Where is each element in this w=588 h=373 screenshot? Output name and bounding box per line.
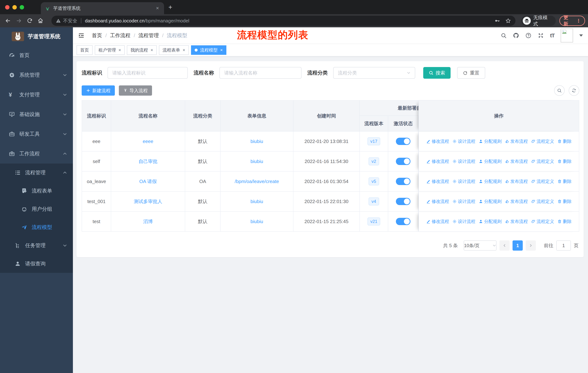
cell-name-link[interactable]: 滔博 — [143, 218, 153, 225]
search-icon[interactable] — [501, 32, 507, 39]
sidebar-item-payment[interactable]: ¥支付管理 — [0, 85, 73, 105]
action-delete[interactable]: 删除 — [557, 159, 572, 164]
tag-home[interactable]: 首页 — [77, 45, 93, 55]
maximize-window-button[interactable] — [20, 5, 24, 10]
key-icon[interactable] — [494, 18, 500, 24]
help-icon[interactable] — [525, 32, 532, 39]
minimize-window-button[interactable] — [12, 5, 17, 10]
browser-update-button[interactable]: 更新 ⋮ — [559, 16, 585, 26]
action-delete[interactable]: 删除 — [557, 179, 572, 184]
fullscreen-icon[interactable] — [538, 32, 544, 39]
sidebar-item-workflow[interactable]: 工作流程 — [0, 144, 73, 163]
avatar-caret-icon[interactable] — [579, 34, 583, 37]
sidebar-item-infra[interactable]: 基础设施 — [0, 105, 73, 124]
action-assign[interactable]: 分配规则 — [479, 179, 502, 184]
tag-process-model[interactable]: 流程模型× — [191, 45, 226, 55]
breadcrumb-item[interactable]: 流程管理 — [138, 32, 159, 39]
cell-form-link[interactable]: /bpm/oa/leave/create — [235, 179, 279, 184]
action-definition[interactable]: 流程定义 — [531, 219, 554, 224]
sidebar-item-process-mgmt[interactable]: 流程管理 — [0, 163, 73, 182]
next-page-button[interactable] — [526, 240, 536, 251]
page-size-select[interactable]: 10条/页 — [464, 240, 496, 251]
sidebar-item-devtools[interactable]: 研发工具 — [0, 124, 73, 144]
security-label[interactable]: 不安全 — [63, 18, 77, 24]
address-bar[interactable]: 不安全 dashboard.yudao.iocoder.cn/bpm/manag… — [51, 16, 515, 26]
cell-name-link[interactable]: OA 请假 — [139, 178, 157, 185]
tag-tenant[interactable]: 租户管理× — [95, 45, 125, 55]
filter-category-select[interactable]: 流程分类 — [333, 67, 415, 79]
active-status-toggle[interactable] — [396, 218, 410, 225]
reload-icon[interactable] — [25, 16, 35, 26]
active-status-toggle[interactable] — [396, 158, 410, 165]
avatar[interactable] — [561, 29, 573, 42]
action-design[interactable]: 设计流程 — [452, 138, 475, 144]
close-window-button[interactable] — [5, 5, 10, 10]
tag-close-icon[interactable]: × — [183, 48, 185, 53]
active-status-toggle[interactable] — [396, 178, 410, 185]
action-assign[interactable]: 分配规则 — [479, 159, 502, 164]
active-status-toggle[interactable] — [396, 138, 410, 145]
action-modify[interactable]: 修改流程 — [426, 219, 449, 224]
sidebar-fold-icon[interactable] — [78, 32, 84, 39]
cell-name-link[interactable]: 自己审批 — [138, 158, 158, 165]
goto-page-input[interactable] — [556, 240, 571, 251]
new-tab-button[interactable]: + — [168, 4, 172, 10]
sidebar-item-process-form[interactable]: 流程表单 — [0, 182, 73, 200]
action-publish[interactable]: 发布流程 — [505, 159, 528, 164]
action-modify[interactable]: 修改流程 — [426, 179, 449, 184]
action-design[interactable]: 设计流程 — [452, 199, 475, 204]
cell-name-link[interactable]: eeee — [143, 139, 153, 144]
action-publish[interactable]: 发布流程 — [505, 138, 528, 144]
sidebar-item-process-model[interactable]: 流程模型 — [0, 218, 73, 236]
import-process-button[interactable]: 导入流程 — [119, 85, 152, 96]
tag-my-process[interactable]: 我的流程× — [127, 45, 157, 55]
cell-form-link[interactable]: biubiu — [251, 219, 263, 224]
action-delete[interactable]: 删除 — [557, 219, 572, 224]
sidebar-item-leave-query[interactable]: 请假查询 — [0, 255, 73, 273]
show-search-icon-button[interactable] — [554, 85, 565, 96]
sidebar-item-task-mgmt[interactable]: 任务管理 — [0, 236, 73, 255]
action-design[interactable]: 设计流程 — [452, 219, 475, 224]
search-button[interactable]: 搜索 — [423, 67, 451, 79]
breadcrumb-item[interactable]: 工作流程 — [110, 32, 130, 39]
action-assign[interactable]: 分配规则 — [479, 219, 502, 224]
action-publish[interactable]: 发布流程 — [505, 199, 528, 204]
current-page-button[interactable]: 1 — [513, 240, 523, 251]
action-assign[interactable]: 分配规则 — [479, 199, 502, 204]
prev-page-button[interactable] — [499, 240, 510, 251]
action-publish[interactable]: 发布流程 — [505, 179, 528, 184]
security-warning-icon[interactable] — [56, 18, 61, 23]
sidebar-item-system[interactable]: 系统管理 — [0, 65, 73, 85]
cell-form-link[interactable]: biubiu — [251, 159, 263, 164]
create-process-button[interactable]: 新建流程 — [82, 85, 115, 96]
active-status-toggle[interactable] — [396, 198, 410, 205]
font-size-icon[interactable]: tT — [550, 32, 555, 39]
reset-button[interactable]: 重置 — [457, 67, 485, 79]
action-delete[interactable]: 删除 — [557, 138, 572, 144]
breadcrumb-item[interactable]: 首页 — [92, 32, 102, 39]
cell-name-link[interactable]: 测试多审批人 — [134, 198, 162, 205]
browser-menu-icon[interactable]: ⋮ — [576, 18, 581, 24]
tag-process-form[interactable]: 流程表单× — [159, 45, 189, 55]
tab-close-icon[interactable]: × — [155, 5, 160, 11]
refresh-icon-button[interactable] — [569, 85, 579, 96]
home-icon[interactable] — [36, 16, 46, 26]
action-definition[interactable]: 流程定义 — [531, 179, 554, 184]
filter-name-input[interactable] — [220, 67, 302, 79]
tag-close-icon[interactable]: × — [220, 48, 223, 53]
action-modify[interactable]: 修改流程 — [426, 199, 449, 204]
action-modify[interactable]: 修改流程 — [426, 159, 449, 164]
action-design[interactable]: 设计流程 — [452, 179, 475, 184]
tag-close-icon[interactable]: × — [151, 48, 153, 53]
action-modify[interactable]: 修改流程 — [426, 138, 449, 144]
action-design[interactable]: 设计流程 — [452, 159, 475, 164]
sidebar-item-home[interactable]: 首页 — [0, 46, 73, 65]
cell-form-link[interactable]: biubiu — [251, 139, 263, 144]
tag-close-icon[interactable]: × — [118, 48, 121, 53]
cell-form-link[interactable]: biubiu — [251, 199, 263, 204]
filter-key-input[interactable] — [107, 67, 188, 79]
back-icon[interactable] — [3, 16, 13, 26]
action-assign[interactable]: 分配规则 — [479, 138, 502, 144]
forward-icon[interactable] — [14, 16, 24, 26]
bookmark-star-icon[interactable] — [505, 18, 511, 24]
